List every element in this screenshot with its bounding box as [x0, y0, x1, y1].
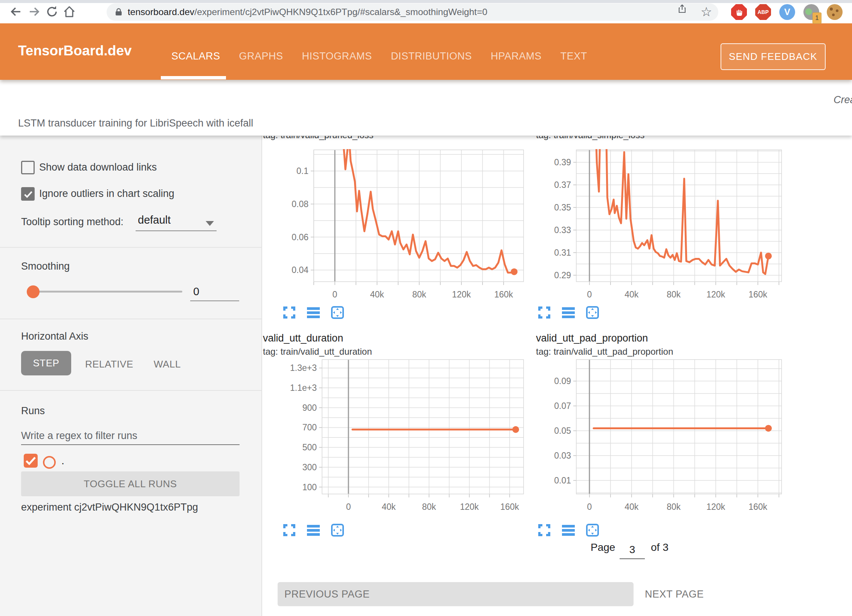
adblock-extension-icon[interactable]	[731, 4, 747, 20]
svg-text:1.1e+3: 1.1e+3	[290, 383, 317, 393]
svg-text:40k: 40k	[382, 502, 396, 512]
svg-text:0.07: 0.07	[554, 401, 571, 411]
back-icon[interactable]	[9, 5, 23, 18]
svg-text:0.39: 0.39	[554, 157, 571, 167]
browser-tab-strip	[0, 0, 852, 3]
forward-icon[interactable]	[27, 5, 41, 18]
chart-tag: tag: train/valid_utt_duration	[263, 346, 372, 357]
url-text: tensorboard.dev/experiment/cj2vtPiwQHKN9…	[128, 7, 487, 17]
svg-text:80k: 80k	[412, 290, 426, 299]
svg-text:0.1: 0.1	[296, 166, 308, 176]
svg-text:160k: 160k	[494, 290, 513, 299]
svg-text:0.33: 0.33	[554, 225, 571, 235]
svg-text:120k: 120k	[706, 290, 725, 299]
pan-zoom-icon[interactable]	[586, 523, 599, 537]
svg-text:160k: 160k	[500, 502, 519, 512]
tab-hparams[interactable]: HPARAMS	[491, 50, 542, 62]
pan-zoom-icon[interactable]	[331, 523, 344, 537]
svg-text:0: 0	[587, 502, 592, 512]
chart-toolbar	[282, 306, 344, 319]
svg-text:80k: 80k	[667, 502, 681, 512]
data-series-icon[interactable]	[562, 306, 575, 319]
data-series-icon[interactable]	[307, 523, 320, 537]
svg-text:900: 900	[302, 403, 317, 413]
svg-text:0.09: 0.09	[554, 376, 571, 386]
chart-title: valid_utt_pad_proportion	[536, 332, 648, 344]
experiment-title: LSTM transducer training for LibriSpeech…	[18, 117, 253, 129]
svg-text:100: 100	[302, 482, 317, 492]
svg-text:120k: 120k	[706, 502, 725, 512]
svg-text:0.04: 0.04	[292, 265, 308, 275]
svg-text:500: 500	[302, 442, 317, 452]
svg-text:0.03: 0.03	[554, 451, 571, 460]
svg-text:0.08: 0.08	[292, 199, 308, 209]
chart-toolbar	[282, 523, 344, 537]
experiment-header: LSTM transducer training for LibriSpeech…	[0, 80, 852, 136]
tab-histograms[interactable]: HISTOGRAMS	[302, 50, 372, 62]
svg-text:40k: 40k	[624, 290, 639, 299]
svg-text:0.29: 0.29	[554, 270, 571, 280]
svg-text:300: 300	[302, 462, 317, 472]
fullscreen-icon[interactable]	[537, 306, 551, 319]
browser-chrome: tensorboard.dev/experiment/cj2vtPiwQHKN9…	[0, 0, 852, 23]
tab-text[interactable]: TEXT	[560, 50, 587, 62]
lock-icon	[114, 8, 123, 17]
cookie-extension-icon[interactable]	[827, 4, 843, 20]
active-tab-underline	[161, 76, 226, 79]
data-series-icon[interactable]	[307, 306, 320, 319]
chart-tag-clipped: tag: train/valid_simple_loss	[536, 136, 698, 141]
url-bar[interactable]: tensorboard.dev/experiment/cj2vtPiwQHKN9…	[107, 3, 718, 21]
nav-tabs: SCALARS GRAPHS HISTOGRAMS DISTRIBUTIONS …	[171, 50, 587, 62]
chart-toolbar	[537, 306, 599, 319]
chart-tag: tag: train/valid_utt_pad_proportion	[536, 346, 673, 357]
chart-toolbar	[537, 523, 599, 537]
svg-text:0.01: 0.01	[554, 476, 571, 485]
v-extension-icon[interactable]: V	[779, 4, 795, 20]
home-icon[interactable]	[63, 5, 76, 18]
reload-icon[interactable]	[45, 5, 59, 18]
created-text: Crea	[834, 94, 852, 106]
app-title: TensorBoard.dev	[18, 43, 132, 59]
svg-text:0: 0	[333, 290, 337, 299]
svg-text:0: 0	[346, 502, 351, 512]
abp-extension-icon[interactable]: ABP	[755, 4, 771, 20]
chart-tag-clipped: tag: train/valid_pruned_loss	[263, 136, 425, 141]
svg-text:0.31: 0.31	[554, 248, 571, 258]
svg-text:120k: 120k	[460, 502, 479, 512]
tab-graphs[interactable]: GRAPHS	[239, 50, 283, 62]
profile-extension-icon[interactable]: 1	[803, 4, 819, 20]
svg-text:0.37: 0.37	[554, 180, 571, 190]
svg-text:40k: 40k	[370, 290, 384, 299]
svg-text:160k: 160k	[748, 502, 767, 512]
fullscreen-icon[interactable]	[537, 523, 551, 537]
tab-scalars[interactable]: SCALARS	[171, 50, 220, 62]
pan-zoom-icon[interactable]	[331, 306, 344, 319]
bookmark-star-icon[interactable]: ☆	[701, 3, 712, 20]
svg-text:0.06: 0.06	[292, 232, 308, 242]
svg-text:0.35: 0.35	[554, 203, 571, 212]
svg-text:160k: 160k	[748, 290, 767, 299]
extension-badge: 1	[812, 12, 821, 24]
svg-text:700: 700	[302, 422, 317, 432]
svg-text:1.3e+3: 1.3e+3	[290, 363, 317, 373]
svg-text:40k: 40k	[624, 502, 639, 512]
send-feedback-button[interactable]: SEND FEEDBACK	[721, 43, 826, 70]
svg-text:80k: 80k	[422, 502, 437, 512]
chart-title: valid_utt_duration	[263, 332, 343, 344]
fullscreen-icon[interactable]	[282, 306, 296, 319]
data-series-icon[interactable]	[562, 523, 575, 537]
svg-text:80k: 80k	[667, 290, 681, 299]
pan-zoom-icon[interactable]	[586, 306, 599, 319]
svg-text:0: 0	[587, 290, 592, 299]
svg-text:120k: 120k	[452, 290, 471, 299]
svg-text:0.05: 0.05	[554, 426, 571, 436]
tab-distributions[interactable]: DISTRIBUTIONS	[391, 50, 472, 62]
fullscreen-icon[interactable]	[282, 523, 296, 537]
app-bar: TensorBoard.dev SCALARS GRAPHS HISTOGRAM…	[0, 23, 852, 80]
share-icon[interactable]	[677, 4, 687, 14]
